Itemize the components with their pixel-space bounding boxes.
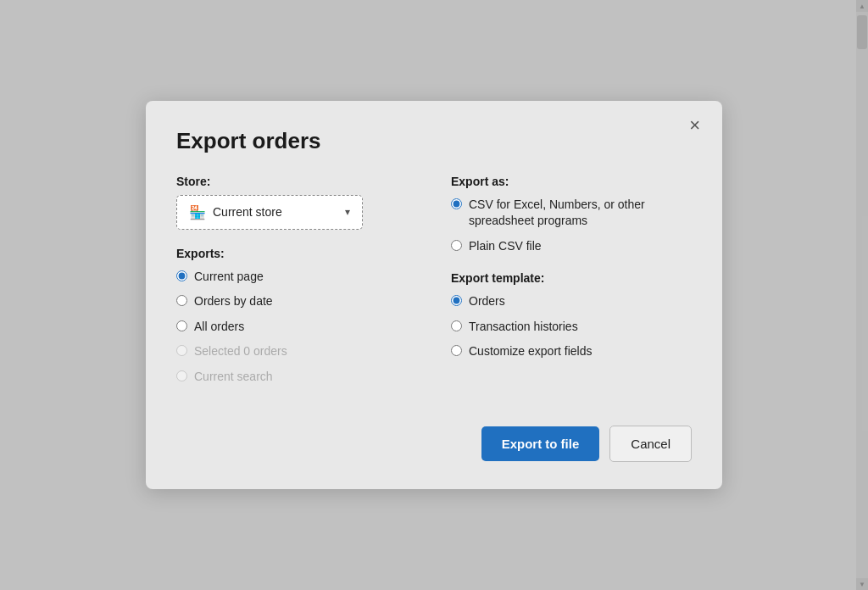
export-orders-modal: × Export orders Store: 🏪 Current store ▾…	[146, 101, 722, 490]
chevron-down-icon: ▾	[345, 206, 350, 218]
export-option-current-page-label: Current page	[194, 269, 264, 286]
modal-overlay: × Export orders Store: 🏪 Current store ▾…	[0, 0, 868, 590]
export-option-orders-by-date-label: Orders by date	[194, 293, 273, 310]
export-template-option-customize-fields[interactable]: Customize export fields	[451, 343, 692, 360]
export-template-radio-group: Orders Transaction histories Customize e…	[451, 293, 692, 360]
export-option-selected-orders-label: Selected 0 orders	[194, 343, 287, 360]
modal-title: Export orders	[176, 128, 692, 154]
export-radio-current-search	[176, 370, 187, 381]
export-option-all-orders[interactable]: All orders	[176, 319, 417, 336]
store-label: Store:	[176, 175, 417, 188]
export-template-customize-fields-label: Customize export fields	[469, 343, 593, 360]
export-template-radio-transaction-histories[interactable]	[451, 320, 462, 331]
modal-body: Store: 🏪 Current store ▾ Exports: Curren…	[176, 175, 692, 403]
export-radio-all-orders[interactable]	[176, 320, 187, 331]
export-option-current-search-label: Current search	[194, 369, 273, 386]
right-column: Export as: CSV for Excel, Numbers, or ot…	[451, 175, 692, 403]
export-template-label: Export template:	[451, 271, 692, 285]
export-option-current-page[interactable]: Current page	[176, 269, 417, 286]
exports-radio-group: Current page Orders by date All orders S…	[176, 269, 417, 386]
export-option-orders-by-date[interactable]: Orders by date	[176, 293, 417, 310]
export-option-selected-orders: Selected 0 orders	[176, 343, 417, 360]
export-template-radio-orders[interactable]	[451, 295, 462, 306]
export-as-radio-group: CSV for Excel, Numbers, or other spreads…	[451, 197, 692, 255]
exports-label: Exports:	[176, 247, 417, 260]
export-template-radio-customize-fields[interactable]	[451, 345, 462, 356]
export-radio-orders-by-date[interactable]	[176, 295, 187, 306]
export-as-plain-csv-label: Plain CSV file	[469, 238, 542, 255]
export-option-current-search: Current search	[176, 369, 417, 386]
close-button[interactable]: ×	[684, 114, 705, 136]
store-icon: 🏪	[189, 204, 206, 220]
export-radio-current-page[interactable]	[176, 270, 187, 281]
export-template-option-orders[interactable]: Orders	[451, 293, 692, 310]
export-as-radio-plain-csv[interactable]	[451, 240, 462, 251]
export-radio-selected-orders	[176, 345, 187, 356]
export-template-option-transaction-histories[interactable]: Transaction histories	[451, 319, 692, 336]
export-to-file-button[interactable]: Export to file	[481, 426, 600, 461]
export-template-transaction-histories-label: Transaction histories	[469, 319, 578, 336]
export-as-option-csv-excel[interactable]: CSV for Excel, Numbers, or other spreads…	[451, 197, 692, 230]
left-column: Store: 🏪 Current store ▾ Exports: Curren…	[176, 175, 417, 403]
export-option-all-orders-label: All orders	[194, 319, 244, 336]
export-as-label: Export as:	[451, 175, 692, 188]
export-as-csv-excel-label: CSV for Excel, Numbers, or other spreads…	[469, 197, 692, 230]
export-as-option-plain-csv[interactable]: Plain CSV file	[451, 238, 692, 255]
store-dropdown[interactable]: 🏪 Current store ▾	[176, 195, 363, 230]
store-dropdown-text: Current store	[213, 205, 338, 219]
export-as-radio-csv-excel[interactable]	[451, 198, 462, 209]
modal-footer: Export to file Cancel	[176, 426, 692, 462]
export-template-orders-label: Orders	[469, 293, 505, 310]
cancel-button[interactable]: Cancel	[609, 426, 692, 462]
